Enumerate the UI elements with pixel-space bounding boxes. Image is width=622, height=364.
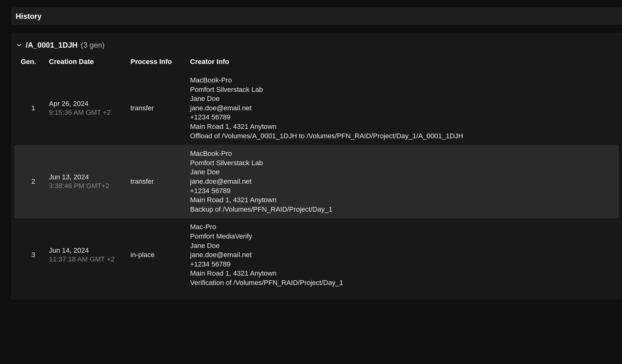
creator-name: Jane Doe [190, 241, 616, 251]
table-row[interactable]: 3 Jun 14, 2024 11:37:18 AM GMT +2 in-pla… [14, 218, 619, 292]
date-value: Jun 13, 2024 [49, 173, 130, 181]
creator-action: Verification of /Volumes/PFN_RAID/Projec… [190, 278, 616, 288]
col-header-process-info: Process Info [130, 58, 190, 66]
chevron-down-icon [16, 42, 23, 49]
creator-machine: MacBook-Pro [190, 76, 616, 85]
creator-email: jane.doe@email.net [190, 177, 616, 186]
creator-email: jane.doe@email.net [190, 251, 616, 260]
creator-phone: +1234 56789 [190, 187, 616, 196]
creator-action: Backup of /Volumes/PFN_RAID/Project/Day_… [190, 205, 616, 214]
col-header-creator-info: Creator Info [190, 58, 616, 66]
col-header-creation-date: Creation Date [49, 58, 130, 66]
creator-address: Main Road 1, 4321 Anytown [190, 196, 616, 205]
creator-app: Pomfort Silverstack Lab [190, 159, 616, 168]
cell-gen: 2 [18, 177, 49, 186]
history-header: History [11, 8, 622, 25]
cell-creation-date: Jun 14, 2024 11:37:18 AM GMT +2 [49, 246, 130, 263]
creator-machine: MacBook-Pro [190, 149, 616, 158]
creator-address: Main Road 1, 4321 Anytown [190, 122, 616, 131]
creator-app: Pomfort MediaVerify [190, 232, 616, 241]
creator-phone: +1234 56789 [190, 260, 616, 269]
cell-creator: MacBook-Pro Pomfort Silverstack Lab Jane… [190, 76, 616, 140]
history-title: History [16, 12, 618, 21]
cell-gen: 3 [18, 251, 49, 259]
time-value: 11:37:18 AM GMT +2 [49, 255, 130, 263]
table-row[interactable]: 2 Jun 13, 2024 3:38:46 PM GMT+2 transfer… [14, 145, 619, 218]
cell-creator: MacBook-Pro Pomfort Silverstack Lab Jane… [190, 149, 616, 214]
history-table: Gen. Creation Date Process Info Creator … [14, 56, 619, 292]
cell-gen: 1 [18, 104, 49, 112]
creator-name: Jane Doe [190, 168, 616, 177]
cell-creator: Mac-Pro Pomfort MediaVerify Jane Doe jan… [190, 223, 616, 287]
creator-name: Jane Doe [190, 94, 616, 103]
folder-toggle-row[interactable]: /A_0001_1DJH (3 gen) [14, 41, 619, 56]
history-panel: /A_0001_1DJH (3 gen) Gen. Creation Date … [11, 33, 622, 300]
date-value: Apr 26, 2024 [49, 100, 130, 108]
folder-name: /A_0001_1DJH [26, 41, 77, 50]
creator-app: Pomfort Silverstack Lab [190, 85, 616, 94]
folder-count: (3 gen) [81, 41, 104, 50]
table-row[interactable]: 1 Apr 26, 2024 9:15:36 AM GMT +2 transfe… [14, 71, 619, 145]
table-header-row: Gen. Creation Date Process Info Creator … [14, 56, 619, 71]
cell-creation-date: Apr 26, 2024 9:15:36 AM GMT +2 [49, 100, 130, 117]
cell-process: transfer [130, 104, 190, 112]
creator-email: jane.doe@email.net [190, 104, 616, 113]
cell-process: in-place [130, 251, 190, 259]
cell-process: transfer [130, 177, 190, 186]
time-value: 3:38:46 PM GMT+2 [49, 182, 130, 190]
creator-phone: +1234 56789 [190, 113, 616, 122]
creator-machine: Mac-Pro [190, 223, 616, 232]
cell-creation-date: Jun 13, 2024 3:38:46 PM GMT+2 [49, 173, 130, 190]
creator-action: Offload of /Volumes/A_0001_1DJH to /Volu… [190, 132, 616, 141]
creator-address: Main Road 1, 4321 Anytown [190, 269, 616, 278]
time-value: 9:15:36 AM GMT +2 [49, 108, 130, 117]
date-value: Jun 14, 2024 [49, 246, 130, 255]
col-header-gen: Gen. [18, 58, 49, 66]
